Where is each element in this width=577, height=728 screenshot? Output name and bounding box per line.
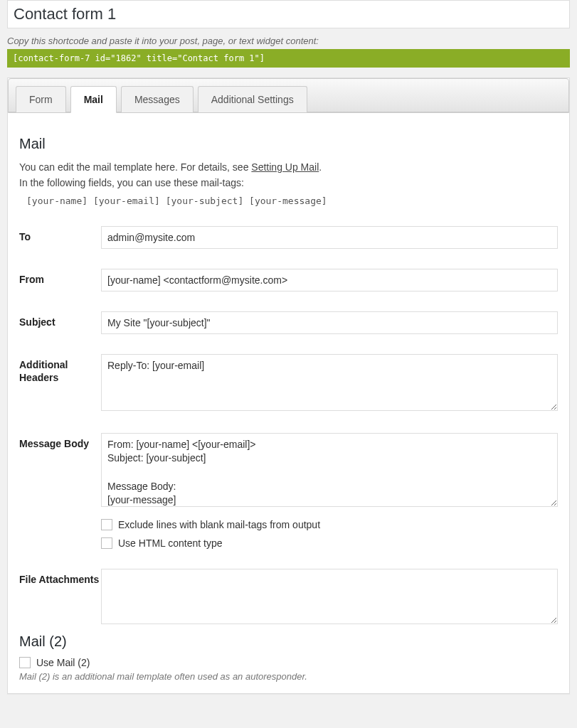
use-html-label: Use HTML content type [118, 537, 223, 549]
attachments-textarea[interactable] [101, 569, 558, 624]
tab-mail[interactable]: Mail [70, 86, 117, 113]
subject-input[interactable] [101, 311, 558, 334]
to-input[interactable] [101, 226, 558, 249]
tab-form[interactable]: Form [16, 86, 66, 112]
mail-intro-line2: In the following fields, you can use the… [19, 177, 244, 188]
mail2-heading: Mail (2) [19, 633, 558, 650]
from-label: From [19, 269, 101, 286]
shortcode-code[interactable]: [contact-form-7 id="1862" title="Contact… [7, 49, 570, 68]
use-mail2-checkbox[interactable] [19, 657, 31, 668]
tab-messages[interactable]: Messages [121, 86, 194, 112]
form-title-input[interactable] [7, 0, 570, 28]
body-label: Message Body [19, 433, 101, 450]
mail2-description: Mail (2) is an additional mail template … [19, 671, 558, 682]
body-textarea[interactable]: From: [your-name] <[your-email]> Subject… [101, 433, 558, 507]
use-html-checkbox[interactable] [101, 537, 112, 549]
exclude-blank-label: Exclude lines with blank mail-tags from … [118, 519, 320, 530]
mail-heading: Mail [19, 136, 558, 152]
tab-bar: Form Mail Messages Additional Settings [8, 78, 569, 113]
mail-intro-text-2: . [319, 161, 322, 173]
use-mail2-label: Use Mail (2) [36, 657, 90, 668]
mail-intro: You can edit the mail template here. For… [19, 159, 558, 191]
attachments-label: File Attachments [19, 569, 101, 586]
subject-label: Subject [19, 311, 101, 328]
to-label: To [19, 226, 101, 243]
mail-intro-text-1: You can edit the mail template here. For… [19, 161, 251, 173]
exclude-blank-checkbox[interactable] [101, 519, 112, 530]
settings-panel: Form Mail Messages Additional Settings M… [7, 77, 570, 694]
from-input[interactable] [101, 269, 558, 291]
shortcode-instruction: Copy this shortcode and paste it into yo… [7, 36, 570, 46]
headers-label: Additional Headers [19, 354, 101, 384]
tab-additional-settings[interactable]: Additional Settings [198, 86, 307, 112]
mail-tags-list: [your-name] [your-email] [your-subject] … [26, 196, 558, 206]
headers-textarea[interactable]: Reply-To: [your-email] [101, 354, 558, 411]
setting-up-mail-link[interactable]: Setting Up Mail [251, 161, 319, 173]
